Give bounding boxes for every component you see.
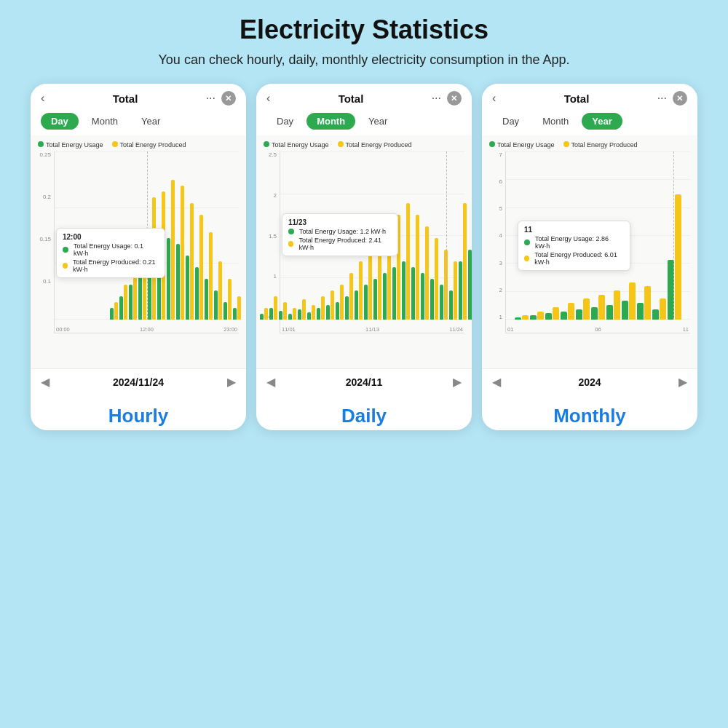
next-arrow[interactable]: ▶ — [453, 375, 462, 389]
phone-monthly-label: Monthly — [482, 405, 697, 427]
phone-daily-label: Daily — [256, 405, 472, 427]
phone-hourly-label: Hourly — [31, 405, 246, 427]
phone-footer-hourly: ◀ 2024/11/24 ▶ — [31, 368, 246, 395]
close-icon[interactable]: ✕ — [673, 91, 687, 106]
dots-icon[interactable]: ··· — [657, 92, 667, 105]
tab-day[interactable]: Day — [492, 113, 529, 130]
chart-body-hourly: 12:00 Total Energy Usage: 0.1 kW·h Total… — [54, 151, 239, 333]
tab-month[interactable]: Month — [306, 113, 355, 130]
back-icon[interactable]: ‹ — [492, 92, 496, 105]
tab-bar-hourly: Day Month Year — [31, 110, 246, 135]
prev-arrow[interactable]: ◀ — [41, 375, 50, 389]
x-axis-daily: 11/0111/1311/24 — [280, 326, 464, 333]
header-title: Total — [113, 92, 138, 105]
dots-icon[interactable]: ··· — [206, 92, 215, 105]
phone-daily: ‹ Total ··· ✕ Day Month Year Total Energ… — [256, 84, 472, 430]
chart-area-hourly: Total Energy Usage Total Energy Produced… — [31, 135, 246, 368]
header-title: Total — [339, 92, 364, 105]
dots-icon[interactable]: ··· — [432, 92, 441, 105]
close-icon[interactable]: ✕ — [221, 91, 236, 106]
prev-arrow[interactable]: ◀ — [266, 375, 275, 389]
x-axis-hourly: 00:0012:0023:00 — [55, 326, 239, 333]
chart-area-monthly: Total Energy Usage Total Energy Produced… — [482, 135, 697, 368]
phone-footer-monthly: ◀ 2024 ▶ — [482, 368, 697, 395]
close-icon[interactable]: ✕ — [447, 91, 462, 106]
tooltip-hourly: 12:00 Total Energy Usage: 0.1 kW·h Total… — [56, 228, 165, 278]
footer-date: 2024 — [578, 376, 601, 388]
tab-month[interactable]: Month — [532, 113, 579, 130]
chart-body-daily: 11/23 Total Energy Usage: 1.2 kW·h Total… — [280, 151, 464, 333]
tab-bar-daily: Day Month Year — [256, 110, 472, 135]
back-icon[interactable]: ‹ — [266, 92, 270, 105]
y-axis-hourly: 0.250.20.150.1 — [38, 151, 54, 333]
tab-month[interactable]: Month — [82, 113, 128, 130]
back-icon[interactable]: ‹ — [41, 92, 44, 105]
y-axis-monthly: 7654321 — [489, 151, 505, 333]
phone-hourly: ‹ Total ··· ✕ Day Month Year Total Energ… — [31, 84, 246, 430]
tab-day[interactable]: Day — [41, 113, 79, 130]
legend-hourly: Total Energy Usage Total Energy Produced — [38, 141, 239, 149]
tab-bar-monthly: Day Month Year — [482, 110, 697, 135]
next-arrow[interactable]: ▶ — [678, 375, 687, 389]
chart-inner-hourly: 0.250.20.150.1 12:00 Total Energy Usage:… — [38, 151, 239, 333]
phone-monthly-header: ‹ Total ··· ✕ — [482, 84, 697, 110]
tab-year[interactable]: Year — [582, 113, 622, 130]
legend-daily: Total Energy Usage Total Energy Produced — [264, 141, 464, 149]
tooltip-daily: 11/23 Total Energy Usage: 1.2 kW·h Total… — [282, 213, 398, 256]
legend-monthly: Total Energy Usage Total Energy Produced — [489, 141, 690, 149]
header-title: Total — [564, 92, 590, 105]
header-icons: ··· ✕ — [206, 91, 236, 106]
footer-date: 2024/11 — [346, 376, 383, 388]
chart-body-monthly: 11 Total Energy Usage: 2.86 kW·h Total E… — [505, 151, 690, 333]
header-icons: ··· ✕ — [432, 91, 462, 106]
tab-year[interactable]: Year — [358, 113, 397, 130]
tooltip-monthly: 11 Total Energy Usage: 2.86 kW·h Total E… — [518, 221, 630, 271]
chart-inner-daily: 2.521.510.5 11/23 Total Energy Usage: 1.… — [264, 151, 464, 333]
tab-year[interactable]: Year — [131, 113, 170, 130]
tab-day[interactable]: Day — [266, 113, 304, 130]
footer-date: 2024/11/24 — [113, 376, 164, 388]
phones-row: ‹ Total ··· ✕ Day Month Year Total Energ… — [31, 84, 697, 430]
page-title: Electricity Statistics — [240, 15, 488, 45]
prev-arrow[interactable]: ◀ — [492, 375, 501, 389]
chart-area-daily: Total Energy Usage Total Energy Produced… — [256, 135, 472, 368]
phone-footer-daily: ◀ 2024/11 ▶ — [256, 368, 472, 395]
x-axis-monthly: 010611 — [506, 326, 690, 333]
phone-hourly-header: ‹ Total ··· ✕ — [31, 84, 246, 110]
chart-inner-monthly: 7654321 11 Total Energy Usage: 2.86 kW·h — [489, 151, 690, 333]
header-icons: ··· ✕ — [657, 91, 687, 106]
page-subtitle: You can check hourly, daily, monthly ele… — [159, 52, 570, 68]
next-arrow[interactable]: ▶ — [227, 375, 236, 389]
phone-daily-header: ‹ Total ··· ✕ — [256, 84, 472, 110]
phone-monthly: ‹ Total ··· ✕ Day Month Year Total Energ… — [482, 84, 697, 430]
